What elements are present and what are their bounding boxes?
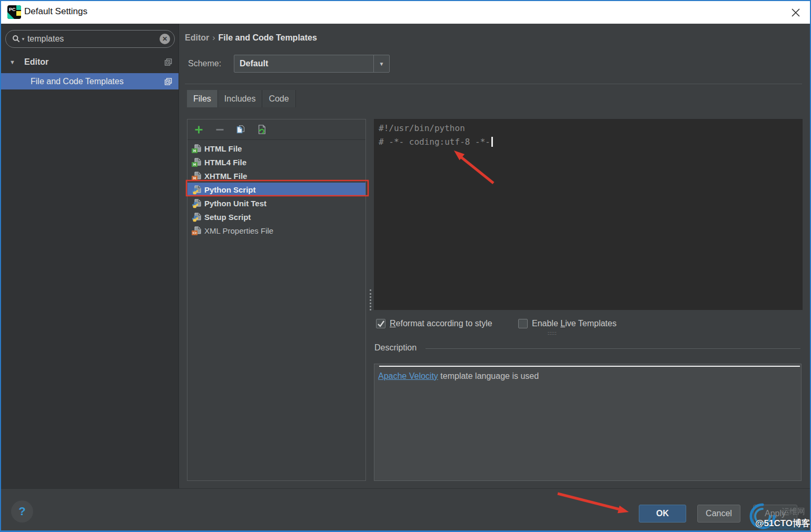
settings-search-input[interactable] xyxy=(27,34,160,44)
text-caret xyxy=(491,137,493,147)
description-panel: Apache Velocity template language is use… xyxy=(374,364,802,481)
html-file-icon: H xyxy=(192,158,201,167)
tree-expand-icon[interactable]: ▼ xyxy=(9,59,15,65)
xhtml-file-icon: H xyxy=(192,172,201,180)
panel-splitter-handle[interactable] xyxy=(370,289,373,310)
help-button[interactable]: ? xyxy=(11,500,33,523)
checkbox-checked-icon[interactable] xyxy=(376,319,385,328)
template-editor[interactable]: #!/usr/bin/python # -*- coding:utf-8 -*- xyxy=(374,119,803,310)
remove-template-icon[interactable] xyxy=(215,125,224,134)
code-line: #!/usr/bin/python xyxy=(379,122,803,135)
template-name: XML Properties File xyxy=(204,226,273,235)
breadcrumb-separator: › xyxy=(209,33,218,42)
template-name: Setup Script xyxy=(204,213,251,222)
checkbox-label: Reformat according to style xyxy=(390,319,492,328)
template-row-html-file[interactable]: H HTML File xyxy=(187,142,365,155)
template-list-panel: H HTML File H HTML4 File H XH xyxy=(187,119,366,481)
cancel-button[interactable]: Cancel xyxy=(697,505,740,523)
copy-template-icon[interactable] xyxy=(236,125,245,134)
sidebar-item-label: File and Code Templates xyxy=(31,77,124,86)
title-bar: PC Default Settings xyxy=(1,1,810,24)
tab-includes[interactable]: Includes xyxy=(218,90,263,107)
clear-search-icon[interactable]: ✕ xyxy=(160,34,170,44)
sidebar-item-editor[interactable]: ▼ Editor xyxy=(1,54,179,70)
template-row-python-unit-test[interactable]: Python Unit Test xyxy=(187,196,365,210)
enable-live-templates-checkbox[interactable]: Enable Live Templates xyxy=(518,319,617,328)
divider xyxy=(185,84,802,84)
scheme-dropdown[interactable]: Default ▼ xyxy=(234,55,390,73)
template-name: HTML4 File xyxy=(204,158,246,167)
pycharm-logo-icon: PC xyxy=(7,5,21,19)
settings-main-panel: Editor›File and Code Templates Scheme: D… xyxy=(179,24,811,488)
template-tabs: Files Includes Code xyxy=(187,90,296,107)
watermark-glow xyxy=(759,523,807,530)
template-name: HTML File xyxy=(204,144,242,153)
python-file-icon xyxy=(192,185,201,194)
code-line: # -*- coding:utf-8 -*- xyxy=(379,135,803,149)
checkbox-unchecked-icon[interactable] xyxy=(518,319,528,328)
svg-text:PC: PC xyxy=(9,7,16,12)
breadcrumb-current: File and Code Templates xyxy=(219,33,317,42)
template-name: Python Unit Test xyxy=(204,199,266,208)
add-template-icon[interactable] xyxy=(194,125,203,134)
copy-settings-icon xyxy=(164,58,172,66)
html-file-icon: H xyxy=(192,144,201,153)
python-file-icon xyxy=(192,199,201,208)
scheme-value: Default xyxy=(234,55,373,72)
scheme-label: Scheme: xyxy=(188,55,221,73)
apply-button[interactable]: Apply xyxy=(753,505,797,523)
apache-velocity-link[interactable]: Apache Velocity xyxy=(378,372,438,380)
settings-dialog: PC Default Settings ▼ ✕ ▼ Editor xyxy=(0,0,811,532)
template-row-html4-file[interactable]: H HTML4 File xyxy=(187,155,365,169)
ok-button[interactable]: OK xyxy=(639,505,686,523)
divider xyxy=(426,348,800,349)
watermark-dots-artifact: ::::: xyxy=(548,330,557,336)
list-toolbar xyxy=(187,119,365,140)
template-row-python-script[interactable]: Python Script xyxy=(187,183,365,196)
divider xyxy=(379,366,800,367)
chevron-down-icon[interactable]: ▼ xyxy=(373,55,389,72)
settings-search-box[interactable]: ▼ ✕ xyxy=(5,30,175,48)
xml-file-icon: <> xyxy=(192,226,201,235)
search-icon xyxy=(12,35,21,43)
search-history-chevron-icon[interactable]: ▼ xyxy=(21,37,25,42)
breadcrumb-parent: Editor xyxy=(185,33,209,42)
reformat-checkbox[interactable]: Reformat according to style xyxy=(376,319,492,328)
template-row-xhtml-file[interactable]: H XHTML File xyxy=(187,169,365,183)
tab-code[interactable]: Code xyxy=(262,90,295,107)
checkbox-label: Enable Live Templates xyxy=(532,319,617,328)
dialog-footer: ? OK Cancel Apply 运维网 @51CTO博客 xyxy=(1,488,810,530)
description-label: Description xyxy=(374,343,417,353)
python-file-icon xyxy=(192,213,201,222)
template-list: H HTML File H HTML4 File H XH xyxy=(187,140,365,480)
window-title: Default Settings xyxy=(24,6,87,17)
description-text: Apache Velocity template language is use… xyxy=(378,372,539,381)
tab-files[interactable]: Files xyxy=(187,90,218,107)
template-row-setup-script[interactable]: Setup Script xyxy=(187,210,365,224)
sidebar-item-file-and-code-templates[interactable]: File and Code Templates xyxy=(1,73,179,89)
settings-sidebar: ▼ ✕ ▼ Editor File and Code Templates xyxy=(1,24,179,488)
template-row-xml-properties-file[interactable]: <> XML Properties File xyxy=(187,224,365,237)
sidebar-item-label: Editor xyxy=(24,57,48,67)
reset-template-icon[interactable] xyxy=(257,125,266,134)
template-name: Python Script xyxy=(204,185,256,194)
template-name: XHTML File xyxy=(204,172,247,180)
close-icon[interactable] xyxy=(789,6,803,19)
breadcrumb: Editor›File and Code Templates xyxy=(185,33,317,43)
copy-settings-icon xyxy=(164,77,172,85)
